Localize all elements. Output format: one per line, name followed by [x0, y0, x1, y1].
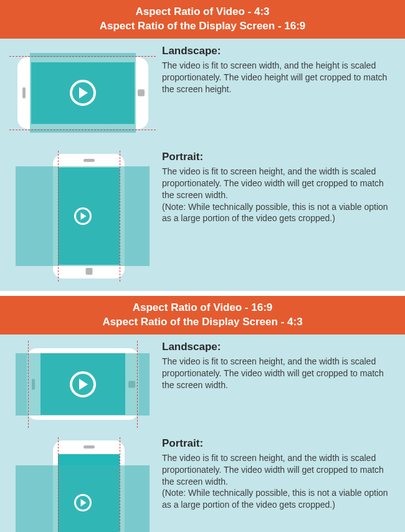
landscape-illustration [9, 45, 156, 141]
landscape-body: The video is fit to screen width, and th… [162, 60, 396, 95]
header-line-1: Aspect Ratio of Video - 16:9 [0, 301, 405, 315]
section-16-9-video: Aspect Ratio of Video - 16:9 Aspect Rati… [0, 296, 405, 532]
landscape-row: Landscape: The video is fit to screen wi… [0, 39, 405, 145]
portrait-body: The video is fit to screen height, and t… [162, 166, 396, 224]
landscape-title: Landscape: [162, 341, 396, 353]
portrait-row: Portrait: The video is fit to screen hei… [0, 431, 405, 532]
header-line-1: Aspect Ratio of Video - 4:3 [0, 5, 405, 19]
phone-icon [53, 440, 125, 532]
landscape-title: Landscape: [162, 45, 396, 57]
portrait-illustration [9, 151, 156, 282]
landscape-illustration [9, 341, 156, 428]
portrait-illustration [9, 437, 156, 532]
section-4-3-video: Aspect Ratio of Video - 4:3 Aspect Ratio… [0, 0, 405, 291]
portrait-title: Portrait: [162, 151, 396, 163]
header-line-2: Aspect Ratio of the Display Screen - 16:… [0, 19, 405, 34]
portrait-row: Portrait: The video is fit to screen hei… [0, 145, 405, 285]
landscape-row: Landscape: The video is fit to screen he… [0, 335, 405, 431]
header-line-2: Aspect Ratio of the Display Screen - 4:3 [0, 315, 405, 330]
portrait-title: Portrait: [162, 437, 396, 450]
section-header: Aspect Ratio of Video - 4:3 Aspect Ratio… [0, 0, 405, 39]
phone-icon [27, 348, 139, 420]
phone-icon [17, 57, 148, 129]
section-header: Aspect Ratio of Video - 16:9 Aspect Rati… [0, 296, 405, 335]
landscape-body: The video is fit to screen height, and t… [162, 356, 396, 391]
phone-icon [53, 154, 125, 278]
portrait-body: The video is fit to screen height, and t… [162, 452, 396, 511]
